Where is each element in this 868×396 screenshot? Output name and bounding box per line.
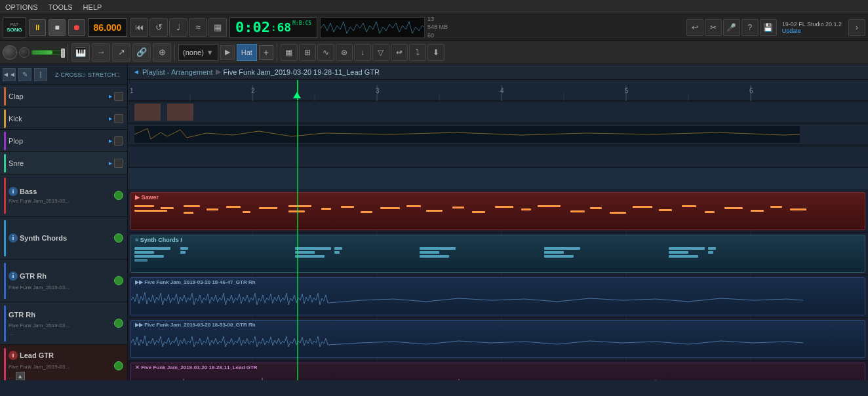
synth-info-icon: i xyxy=(9,233,18,243)
track-item-lead-gtr[interactable]: i Lead GTR Five Funk Jam_2019-03... ... … xyxy=(0,345,127,380)
cut-icon[interactable]: ✂ xyxy=(705,19,722,36)
snre-arrow-icon[interactable]: ▸ xyxy=(109,159,112,167)
clap-mute-btn[interactable] xyxy=(114,92,123,101)
master-volume-knob[interactable] xyxy=(3,45,17,60)
clip-lead-label: ✕ Five Funk Jam_2019-03-20 19-28-11_Lead… xyxy=(135,365,258,370)
gtr1-mute-btn[interactable] xyxy=(114,276,123,285)
svg-rect-57 xyxy=(659,209,672,211)
kick-mute-btn[interactable] xyxy=(114,114,123,123)
track-item-snre[interactable]: Snre ▸ xyxy=(0,152,127,174)
menu-options[interactable]: OPTIONS xyxy=(0,2,43,12)
channel-selector[interactable]: (none) ▼ xyxy=(178,44,218,61)
bpm-display[interactable]: 86.000 xyxy=(88,18,127,37)
help-icon[interactable]: ? xyxy=(741,19,759,36)
lead-expand-btn[interactable]: ▲ xyxy=(16,372,25,380)
loop-icon[interactable]: ↺ xyxy=(149,18,168,37)
pause-button[interactable]: ⏸ xyxy=(29,19,46,36)
stop-button[interactable]: ■ xyxy=(49,19,66,36)
channel-hat-label[interactable]: Hat xyxy=(237,44,257,61)
bass-track-controls xyxy=(114,191,123,200)
record-button[interactable]: ⏺ xyxy=(68,19,85,36)
track-item-gtr-rh-2[interactable]: GTR Rh Five Funk Jam_2019-03... ... xyxy=(0,302,127,345)
track-item-synth-chords[interactable]: i Synth Chords xyxy=(0,217,127,260)
synth-mute-btn[interactable] xyxy=(114,233,123,243)
link-icon[interactable]: 🔗 xyxy=(132,43,151,62)
svg-text:4: 4 xyxy=(500,87,504,94)
svg-rect-61 xyxy=(751,210,764,212)
pitch-knob[interactable] xyxy=(19,47,30,58)
channel-mixer-icon[interactable]: ⊞ xyxy=(299,44,316,61)
channel-grid-icon[interactable]: ▦ xyxy=(281,44,298,61)
clip-synth-chords[interactable]: ≡ Synth Chords I xyxy=(130,235,865,273)
track-item-gtr-rh-1[interactable]: i GTR Rh Five Funk Jam_2019-03... xyxy=(0,260,127,302)
svg-rect-72 xyxy=(134,259,148,262)
channel-eq-icon[interactable]: ∿ xyxy=(317,44,334,61)
add-channel-button[interactable]: + xyxy=(259,45,273,60)
breadcrumb-current[interactable]: Five Funk Jam_2019-03-20 19-28-11_Lead G… xyxy=(224,68,380,76)
swing-icon[interactable]: ≈ xyxy=(189,18,207,37)
clip-gtr2-label: ▶▶ Five Funk Jam_2019-03-20 18-53-00_GTR… xyxy=(135,322,256,328)
plop-arrow-icon[interactable]: ▸ xyxy=(109,137,112,144)
gtr2-track-controls xyxy=(114,319,123,328)
hook-icon[interactable]: ↗ xyxy=(112,43,130,62)
metronome-icon[interactable]: ♩ xyxy=(169,18,187,37)
piano-roll-icon[interactable]: 🎹 xyxy=(71,43,90,62)
svg-rect-84 xyxy=(544,251,564,254)
bass-mute-btn[interactable] xyxy=(114,191,123,200)
rewind-icon[interactable]: ⏮ xyxy=(130,18,148,37)
track-color-snre xyxy=(4,154,6,172)
pat-label: PAT xyxy=(10,22,19,27)
gtr2-mute-btn[interactable] xyxy=(114,319,123,328)
clip-bass[interactable]: ▶ Sawer xyxy=(130,192,865,230)
channel-download-icon[interactable]: ⬇ xyxy=(427,44,444,61)
svg-rect-41 xyxy=(288,210,305,212)
kick-arrow-icon[interactable]: ▸ xyxy=(109,115,112,122)
menu-tools[interactable]: TOOLS xyxy=(43,2,78,12)
track-color-gtr1 xyxy=(4,263,6,299)
channel-save-icon[interactable]: ↓ xyxy=(354,44,371,61)
clip-gtr-rh-2[interactable]: ▶▶ Five Funk Jam_2019-03-20 18-53-00_GTR… xyxy=(130,320,865,358)
separator-icon[interactable]: | xyxy=(34,68,47,81)
stamp-icon[interactable]: ⊕ xyxy=(153,43,171,62)
ruler[interactable]: 2 3 4 5 6 1 xyxy=(128,80,868,101)
channel-filter-icon[interactable]: ▽ xyxy=(372,44,389,61)
track-item-plop[interactable]: Plop ▸ xyxy=(0,130,127,152)
menu-help[interactable]: HELP xyxy=(78,2,108,12)
track-item-clap[interactable]: Clap ▸ xyxy=(0,85,127,108)
breadcrumb-playlist[interactable]: Playlist - Arrangement xyxy=(142,68,213,76)
pat-song-toggle[interactable]: PAT SONG xyxy=(3,17,26,38)
clip-lead-gtr[interactable]: ✕ Five Funk Jam_2019-03-20 19-28-11_Lead… xyxy=(130,363,865,380)
lead-mute-btn[interactable] xyxy=(114,361,123,370)
cpu-label: 13 xyxy=(427,15,448,24)
pattern-icon[interactable]: ▦ xyxy=(208,18,227,37)
save-icon[interactable]: 💾 xyxy=(760,19,777,36)
clip-gtr-rh-1[interactable]: ▶▶ Five Funk Jam_2019-03-20 18-46-47_GTR… xyxy=(130,277,865,315)
channel-bend-icon[interactable]: ↫ xyxy=(391,44,408,61)
channel-route-icon[interactable]: ⊛ xyxy=(336,44,353,61)
snre-mute-btn[interactable] xyxy=(114,159,123,168)
pencil-icon[interactable]: ✎ xyxy=(18,68,31,81)
svg-rect-47 xyxy=(426,210,443,212)
clap-arrow-icon[interactable]: ▸ xyxy=(109,92,112,100)
svg-rect-63 xyxy=(790,208,806,210)
channel-arrow-icon: ▼ xyxy=(207,49,214,56)
plop-mute-btn[interactable] xyxy=(114,136,123,146)
track-item-kick[interactable]: Kick ▸ xyxy=(0,108,127,130)
undo-icon[interactable]: ↩ xyxy=(686,19,703,36)
lane-bass: ▶ Sawer xyxy=(128,190,868,233)
right-arrow-icon[interactable]: → xyxy=(92,43,110,62)
svg-rect-55 xyxy=(610,212,626,214)
track-item-bass[interactable]: i Bass Five Funk Jam_2019-03... xyxy=(0,174,127,217)
nav-arrow-left[interactable]: ◄ xyxy=(133,68,140,75)
channel-snap-icon[interactable]: ⤵ xyxy=(409,44,426,61)
track-color-lead xyxy=(4,348,6,381)
second-toolbar: 🎹 → ↗ 🔗 ⊕ (none) ▼ ▶ Hat + ▦ ⊞ ∿ ⊛ ↓ ▽ ↫… xyxy=(0,41,868,64)
track-content: 2 3 4 5 6 1 xyxy=(128,80,868,380)
channel-play-button[interactable]: ▶ xyxy=(220,45,235,60)
arrow-right-icon[interactable]: › xyxy=(848,19,865,36)
scroll-left-icon[interactable]: ◄◄ xyxy=(3,68,16,81)
volume-slider[interactable] xyxy=(31,50,64,55)
mic-icon[interactable]: 🎤 xyxy=(723,19,740,36)
fl-update[interactable]: Update xyxy=(782,28,801,34)
svg-rect-31 xyxy=(134,205,154,207)
